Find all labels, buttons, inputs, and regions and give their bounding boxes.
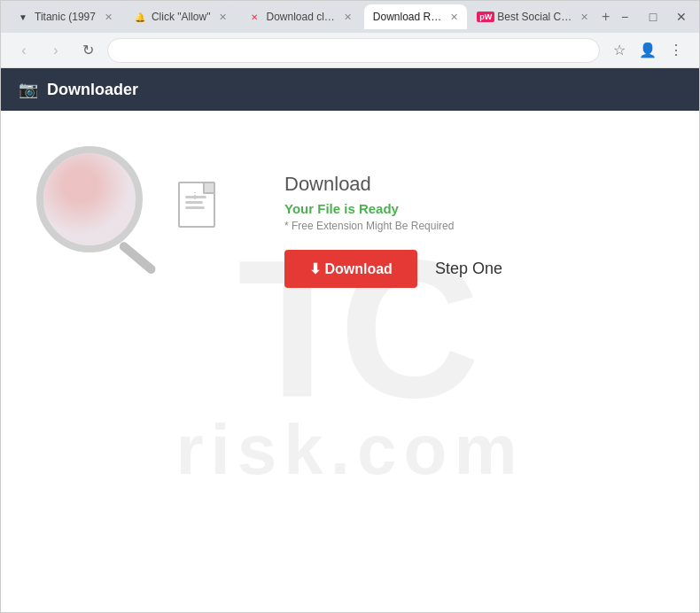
tab5-close[interactable]: ✕	[580, 12, 588, 23]
maximize-button[interactable]: □	[642, 6, 664, 27]
close-button[interactable]: ✕	[671, 6, 692, 27]
tab-download-cl[interactable]: ✕ Download cl… ✕	[239, 4, 360, 29]
tab-allow[interactable]: 🔔 Click "Allow" ✕	[125, 4, 237, 29]
tab5-label: Best Social C…	[497, 11, 572, 23]
main-area: TC risk.com	[1, 111, 699, 612]
profile-icon[interactable]: 👤	[635, 38, 660, 63]
tab1-close[interactable]: ✕	[105, 12, 113, 23]
tab2-icon: 🔔	[134, 11, 146, 23]
download-content-box: Download Your File is Ready * Free Exten…	[284, 173, 502, 288]
download-heading: Download	[284, 173, 371, 196]
window-controls: − □ ✕	[614, 6, 692, 27]
tab3-close[interactable]: ✕	[344, 12, 352, 23]
tab-titanic[interactable]: ▼ Titanic (1997 ✕	[8, 4, 121, 29]
address-bar: ‹ › ↻ ☆ 👤 ⋮	[1, 33, 699, 68]
tab5-icon: pW	[479, 11, 492, 23]
tab4-label: Download R…	[373, 11, 441, 23]
actions-row: ⬇ Download Step One	[284, 250, 502, 288]
bookmark-icon[interactable]: ☆	[607, 38, 632, 63]
tab-social[interactable]: pW Best Social C… ✕	[471, 4, 597, 29]
tab1-icon: ▼	[17, 11, 29, 23]
magnifier-illustration	[36, 146, 178, 288]
watermark-risk: risk.com	[175, 409, 524, 491]
file-ready-text: Your File is Ready	[284, 201, 399, 216]
toolbar-icons: ☆ 👤 ⋮	[607, 38, 688, 63]
tab-download-r[interactable]: Download R… ✕	[364, 4, 467, 29]
refresh-button[interactable]: ↻	[75, 38, 100, 63]
tab4-close[interactable]: ✕	[450, 12, 458, 23]
download-button[interactable]: ⬇ Download	[284, 250, 417, 288]
step-one-label: Step One	[435, 260, 502, 278]
tab2-label: Click "Allow"	[152, 11, 211, 23]
tab1-label: Titanic (1997	[35, 11, 96, 23]
browser-frame: ▼ Titanic (1997 ✕ 🔔 Click "Allow" ✕ ✕ Do…	[0, 0, 700, 613]
tab2-close[interactable]: ✕	[219, 12, 227, 23]
menu-icon[interactable]: ⋮	[664, 38, 688, 63]
site-header: 📷 Downloader	[1, 68, 699, 111]
new-tab-button[interactable]: +	[601, 4, 611, 29]
minimize-button[interactable]: −	[614, 6, 635, 27]
header-camera-icon: 📷	[19, 80, 38, 99]
title-bar: ▼ Titanic (1997 ✕ 🔔 Click "Allow" ✕ ✕ Do…	[1, 1, 699, 33]
address-input[interactable]	[107, 38, 600, 63]
tab3-icon: ✕	[248, 11, 261, 23]
forward-button[interactable]: ›	[43, 38, 68, 63]
magnifier-circle	[36, 146, 143, 252]
tab3-label: Download cl…	[266, 11, 334, 23]
extension-note-text: * Free Extension Might Be Required	[284, 220, 454, 232]
magnifier-handle	[118, 240, 158, 275]
page-content: 📷 Downloader TC risk.com	[1, 68, 699, 612]
site-title: Downloader	[47, 81, 138, 99]
back-button[interactable]: ‹	[12, 38, 36, 63]
